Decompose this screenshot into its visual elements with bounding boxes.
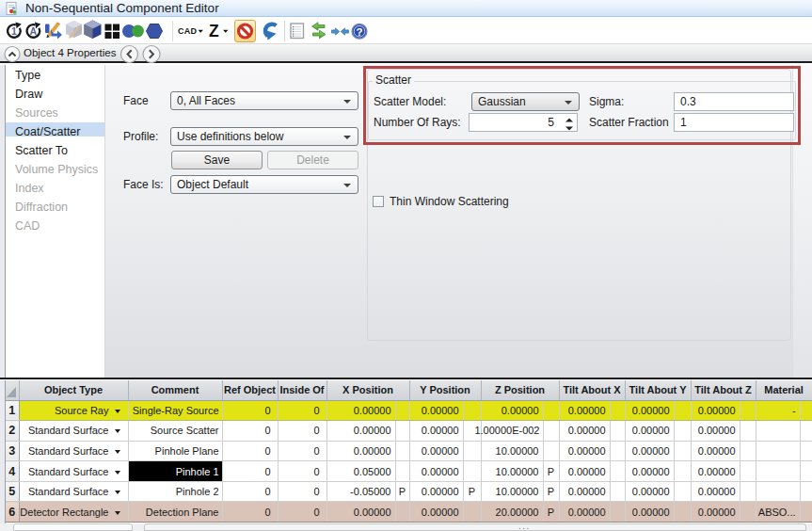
svg-text:?: ? bbox=[356, 26, 362, 38]
svg-text:Z: Z bbox=[209, 22, 219, 40]
svg-text:CAD: CAD bbox=[178, 26, 198, 36]
svg-text:1: 1 bbox=[11, 25, 17, 37]
svg-text:A: A bbox=[30, 25, 38, 37]
